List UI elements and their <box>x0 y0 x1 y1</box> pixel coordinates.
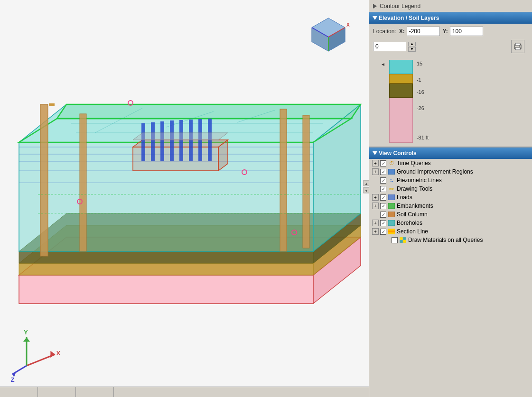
ground-improvement-icon <box>388 168 395 175</box>
boreholes-checkbox[interactable] <box>380 220 386 226</box>
tree-item-time-queries[interactable]: + ⏱ Time Queries <box>369 159 532 167</box>
viewport-3d[interactable]: ▲ ▼ X X Y Z ​ ​ ​ <box>0 0 369 397</box>
soil-labels: 15 -1 -16 -26 -81 ft <box>417 60 429 143</box>
axis-cube: X <box>307 13 350 56</box>
axis-indicator: X Y Z <box>9 326 66 383</box>
soil-chart: ◄ 15 -1 -16 -26 -81 ft <box>369 56 532 147</box>
svg-rect-80 <box>400 237 403 240</box>
svg-marker-7 <box>19 251 313 263</box>
tree-item-loads[interactable]: + Loads <box>369 193 532 202</box>
soil-column-icon <box>388 211 395 218</box>
soil-bar-1 <box>389 74 413 83</box>
svg-rect-74 <box>388 203 395 209</box>
elevation-down-arrow[interactable]: ▼ <box>408 47 416 52</box>
soil-column-label: Soil Column <box>397 211 428 218</box>
svg-rect-39 <box>280 109 287 251</box>
soil-label-3: -26 <box>417 105 429 111</box>
piezometric-label: Piezometric Lines <box>397 177 442 184</box>
soil-column-checkbox[interactable] <box>380 212 386 218</box>
loads-expander[interactable]: + <box>372 194 379 201</box>
svg-marker-4 <box>19 263 313 275</box>
svg-rect-81 <box>403 237 406 240</box>
tree-item-embankments[interactable]: + Embankments <box>369 202 532 210</box>
draw-materials-checkbox[interactable] <box>392 237 398 243</box>
soil-label-bottom: -81 ft <box>417 135 429 140</box>
svg-rect-79 <box>388 232 395 234</box>
embankments-label: Embankments <box>397 203 433 209</box>
y-coord-group: Y: <box>443 27 483 36</box>
loads-label: Loads <box>397 194 412 201</box>
time-queries-expander[interactable]: + <box>372 160 379 166</box>
bottom-tabs[interactable]: ​ ​ ​ <box>0 387 369 397</box>
embankments-expander[interactable]: + <box>372 203 379 209</box>
ground-improvement-checkbox[interactable] <box>380 169 386 175</box>
piezometric-checkbox[interactable] <box>380 177 386 184</box>
svg-rect-31 <box>179 120 183 161</box>
soil-label-0: 15 <box>417 61 429 66</box>
svg-marker-1 <box>19 275 313 304</box>
elevation-collapse-icon <box>373 16 377 20</box>
tree-item-piezometric[interactable]: ≈ Piezometric Lines <box>369 176 532 185</box>
ground-improvement-expander[interactable]: + <box>372 168 379 175</box>
location-row: Location: X: Y: <box>369 24 532 39</box>
elevation-up-arrow[interactable]: ▲ <box>408 42 416 46</box>
svg-marker-13 <box>57 104 361 119</box>
svg-text:Y: Y <box>24 329 28 336</box>
svg-rect-33 <box>198 119 202 161</box>
soil-label-1: -1 <box>417 77 429 83</box>
view-controls-title: View Controls <box>379 150 417 157</box>
tree-item-drawing-tools[interactable]: ✏ Drawing Tools <box>369 185 532 193</box>
x-input[interactable] <box>407 27 440 36</box>
tree-item-boreholes[interactable]: + Boreholes <box>369 219 532 227</box>
view-controls-header[interactable]: View Controls <box>369 148 532 159</box>
svg-rect-75 <box>388 212 395 217</box>
svg-rect-82 <box>400 240 403 243</box>
view-controls-collapse-icon <box>373 151 377 155</box>
svg-rect-29 <box>160 121 164 161</box>
soil-bars <box>389 60 413 143</box>
tree-item-section-line[interactable]: + Section Line <box>369 227 532 236</box>
tab-3[interactable]: ​ <box>76 387 114 397</box>
section-line-expander[interactable]: + <box>372 228 379 235</box>
svg-marker-25 <box>133 147 218 171</box>
elevation-spinner-row: ▲ ▼ <box>369 39 532 56</box>
tree-item-draw-materials[interactable]: Draw Materials on all Queries <box>369 236 532 244</box>
tree-item-soil-column[interactable]: Soil Column <box>369 210 532 219</box>
svg-rect-40 <box>303 115 309 248</box>
drawing-tools-checkbox[interactable] <box>380 186 386 192</box>
contour-legend-header[interactable]: Contour Legend <box>369 0 532 12</box>
print-icon <box>513 42 522 51</box>
elevation-spinner-input[interactable] <box>373 42 406 51</box>
loads-icon <box>388 194 395 201</box>
time-queries-checkbox[interactable] <box>380 160 386 166</box>
tab-1[interactable]: ​ <box>0 387 38 397</box>
draw-materials-label: Draw Materials on all Queries <box>408 237 483 243</box>
print-button[interactable] <box>511 40 524 53</box>
section-line-checkbox[interactable] <box>380 229 386 235</box>
piezometric-icon: ≈ <box>388 177 395 184</box>
svg-rect-73 <box>388 194 395 200</box>
svg-text:X: X <box>56 350 60 357</box>
boreholes-expander[interactable]: + <box>372 220 379 226</box>
elevation-panel-header[interactable]: Elevation / Soil Layers <box>369 12 532 24</box>
embankments-checkbox[interactable] <box>380 203 386 209</box>
y-label: Y: <box>443 28 448 35</box>
embankments-icon <box>388 203 395 209</box>
boreholes-label: Boreholes <box>397 220 422 226</box>
tab-2[interactable]: ​ <box>38 387 76 397</box>
soil-label-2: -16 <box>417 89 429 95</box>
loads-checkbox[interactable] <box>380 194 386 201</box>
x-coord-group: X: <box>399 27 440 36</box>
svg-rect-78 <box>388 231 395 232</box>
svg-rect-72 <box>388 169 395 175</box>
location-label: Location: <box>373 28 396 35</box>
tree-item-ground-improvement[interactable]: + Ground Improvement Regions <box>369 167 532 176</box>
boreholes-icon <box>388 220 395 226</box>
y-input[interactable] <box>450 27 483 36</box>
svg-text:X: X <box>346 22 350 28</box>
view-controls-panel: View Controls + ⏱ Time Queries + Ground … <box>369 148 532 397</box>
section-line-icon <box>388 228 395 235</box>
contour-legend-title: Contour Legend <box>380 3 420 9</box>
svg-rect-27 <box>141 123 145 161</box>
x-label: X: <box>399 28 405 35</box>
